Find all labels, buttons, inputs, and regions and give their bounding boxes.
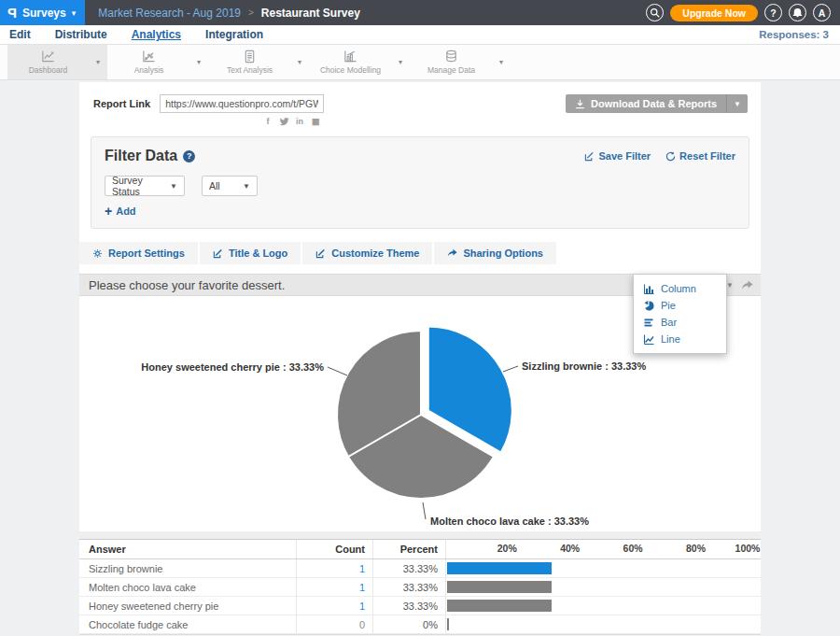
- answer-cell: Molten choco lava cake: [79, 578, 297, 596]
- scale-tick: 100%: [735, 543, 761, 554]
- plus-icon: +: [105, 206, 112, 216]
- download-button-label: Download Data & Reports: [591, 98, 717, 109]
- bar-cell: [446, 578, 761, 596]
- edit-icon: [584, 151, 595, 162]
- toolbar-tab-dashboard[interactable]: Dashboard ▾: [7, 45, 107, 79]
- filter-value-select[interactable]: All ▼: [202, 176, 258, 196]
- save-filter-label: Save Filter: [598, 150, 651, 162]
- breadcrumb-separator: >: [248, 7, 254, 18]
- column-chart-icon: [644, 284, 654, 294]
- select-caret-icon: ▼: [170, 182, 177, 191]
- report-link-label: Report Link: [93, 98, 150, 109]
- menu-item-column[interactable]: Column: [634, 280, 726, 297]
- responses-count: Responses: 3: [759, 29, 829, 40]
- top-navbar: P Surveys ▾ Market Research - Aug 2019 >…: [0, 0, 840, 25]
- answer-bar: [447, 618, 449, 630]
- help-button[interactable]: ?: [764, 4, 782, 21]
- toolbar-tab-label: Analysis: [134, 65, 164, 75]
- avatar[interactable]: A: [813, 4, 831, 21]
- download-data-reports-button[interactable]: Download Data & Reports ▼: [566, 94, 748, 113]
- table-row: Molten choco lava cake 1 33.33%: [79, 578, 761, 597]
- dashboard-caret-icon[interactable]: ▾: [89, 45, 107, 79]
- bar-cell: [446, 597, 761, 615]
- nav-item-edit[interactable]: Edit: [9, 28, 31, 41]
- toolbar-tab-label: Choice Modelling: [320, 65, 381, 75]
- header-count: Count: [297, 540, 373, 558]
- add-filter-label: Add: [116, 205, 135, 217]
- page-background: Report Link Download Data & Reports ▼ f …: [0, 80, 840, 636]
- add-filter-button[interactable]: + Add: [105, 205, 735, 217]
- question-title: Please choose your favorite dessert.: [89, 278, 285, 292]
- nav-item-analytics[interactable]: Analytics: [132, 28, 181, 41]
- answer-cell: Chocolate fudge cake: [79, 615, 297, 633]
- download-caret-icon[interactable]: ▼: [726, 94, 748, 113]
- scale-tick: 60%: [623, 543, 643, 554]
- manage-data-caret-icon[interactable]: ▾: [492, 45, 511, 79]
- header-percent-scale: 20% 40% 60% 80% 100%: [446, 540, 761, 558]
- share-arrow-icon: [741, 280, 753, 290]
- toolbar-tab-choice-modelling[interactable]: Choice Modelling ▾: [310, 45, 410, 79]
- reset-filter-button[interactable]: Reset Filter: [665, 150, 735, 162]
- linkedin-icon[interactable]: in: [294, 116, 305, 127]
- product-name: Surveys: [22, 7, 66, 20]
- bar-chart-icon: [644, 318, 654, 328]
- tab-customize-theme[interactable]: Customize Theme: [302, 242, 432, 264]
- toolbar-tab-label: Text Analysis: [227, 65, 273, 75]
- header-answer: Answer: [79, 540, 297, 558]
- menu-item-label: Line: [661, 333, 680, 345]
- manage-data-database-icon: [444, 49, 458, 64]
- bar-cell: [446, 615, 761, 633]
- tab-label: Sharing Options: [463, 247, 543, 259]
- toolbar-tab-manage-data[interactable]: Manage Data ▾: [411, 45, 511, 79]
- count-link[interactable]: 1: [297, 597, 373, 615]
- menu-item-pie[interactable]: Pie: [634, 297, 726, 314]
- toolbar-tab-analysis[interactable]: Analysis ▾: [108, 45, 208, 79]
- share-chart-button[interactable]: [741, 280, 753, 290]
- report-link-input[interactable]: [160, 94, 324, 113]
- count-link[interactable]: 1: [297, 559, 373, 577]
- filter-field-select[interactable]: Survey Status ▼: [105, 176, 185, 196]
- facebook-icon[interactable]: f: [262, 116, 273, 127]
- twitter-icon[interactable]: [278, 116, 289, 127]
- menu-item-label: Column: [661, 283, 696, 294]
- surveys-menu[interactable]: P Surveys ▾: [0, 0, 85, 25]
- callout-line-bottom: [423, 502, 426, 519]
- upgrade-now-button[interactable]: Upgrade Now: [670, 5, 758, 21]
- pie-callout-left: Honey sweetened cherry pie : 33.33%: [141, 361, 324, 373]
- toolbar-tab-text-analysis[interactable]: Text Analysis ▾: [209, 45, 309, 79]
- scale-tick: 80%: [686, 543, 706, 554]
- report-settings-tabs: Report Settings Title & Logo Customize T…: [79, 242, 761, 264]
- tab-label: Report Settings: [108, 247, 185, 259]
- embed-icon[interactable]: ▦: [310, 116, 321, 127]
- table-header-row: Answer Count Percent 20% 40% 60% 80% 100…: [79, 540, 761, 559]
- tab-report-settings[interactable]: Report Settings: [79, 242, 198, 264]
- breadcrumb-project-link[interactable]: Market Research - Aug 2019: [98, 7, 241, 20]
- table-row: Honey sweetened cherry pie 1 33.33%: [79, 597, 761, 615]
- tab-sharing-options[interactable]: Sharing Options: [434, 242, 556, 264]
- analytics-toolbar: Dashboard ▾ Analysis ▾ Text Analysis ▾ C…: [0, 45, 840, 80]
- nav-item-distribute[interactable]: Distribute: [55, 28, 107, 41]
- filter-title: Filter Data: [105, 148, 177, 164]
- breadcrumb: Market Research - Aug 2019 > Restaurant …: [98, 7, 360, 20]
- select-caret-icon: ▼: [243, 182, 250, 191]
- tab-title-logo[interactable]: Title & Logo: [200, 242, 301, 264]
- menu-item-bar[interactable]: Bar: [634, 314, 726, 331]
- gears-icon: [92, 248, 103, 259]
- choice-modelling-caret-icon[interactable]: ▾: [391, 45, 410, 79]
- line-chart-icon: [644, 334, 654, 345]
- notifications-bell-icon[interactable]: [789, 4, 806, 21]
- count-cell: 0: [297, 615, 373, 633]
- filter-help-icon[interactable]: ?: [183, 150, 195, 163]
- table-row: Chocolate fudge cake 0 0%: [79, 615, 761, 634]
- percent-cell: 33.33%: [373, 597, 446, 615]
- analysis-scatter-icon: [142, 49, 156, 64]
- save-filter-button[interactable]: Save Filter: [584, 150, 651, 162]
- nav-item-integration[interactable]: Integration: [205, 28, 263, 41]
- share-arrow-icon: [447, 248, 457, 259]
- search-icon[interactable]: [646, 4, 664, 21]
- text-analysis-caret-icon[interactable]: ▾: [290, 45, 309, 79]
- count-link[interactable]: 1: [297, 578, 373, 596]
- analysis-caret-icon[interactable]: ▾: [189, 45, 208, 79]
- section-divider: [79, 531, 761, 539]
- menu-item-line[interactable]: Line: [634, 331, 726, 347]
